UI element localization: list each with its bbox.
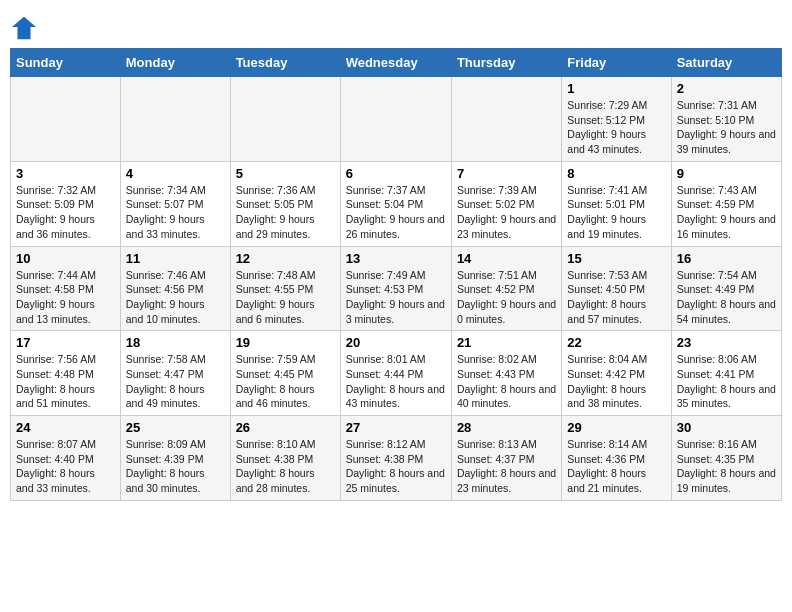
weekday-header-saturday: Saturday [671,49,781,77]
day-info: Sunrise: 7:53 AM Sunset: 4:50 PM Dayligh… [567,268,665,327]
calendar-cell: 8Sunrise: 7:41 AM Sunset: 5:01 PM Daylig… [562,161,671,246]
day-number: 25 [126,420,225,435]
svg-marker-1 [12,17,36,39]
day-number: 16 [677,251,776,266]
day-info: Sunrise: 8:02 AM Sunset: 4:43 PM Dayligh… [457,352,556,411]
day-number: 22 [567,335,665,350]
day-info: Sunrise: 7:34 AM Sunset: 5:07 PM Dayligh… [126,183,225,242]
calendar-cell: 17Sunrise: 7:56 AM Sunset: 4:48 PM Dayli… [11,331,121,416]
calendar-cell: 24Sunrise: 8:07 AM Sunset: 4:40 PM Dayli… [11,416,121,501]
day-info: Sunrise: 7:36 AM Sunset: 5:05 PM Dayligh… [236,183,335,242]
day-info: Sunrise: 8:16 AM Sunset: 4:35 PM Dayligh… [677,437,776,496]
day-info: Sunrise: 7:56 AM Sunset: 4:48 PM Dayligh… [16,352,115,411]
day-number: 18 [126,335,225,350]
calendar-cell: 19Sunrise: 7:59 AM Sunset: 4:45 PM Dayli… [230,331,340,416]
day-info: Sunrise: 7:43 AM Sunset: 4:59 PM Dayligh… [677,183,776,242]
logo [10,14,42,42]
day-number: 20 [346,335,446,350]
day-number: 3 [16,166,115,181]
calendar-cell: 10Sunrise: 7:44 AM Sunset: 4:58 PM Dayli… [11,246,121,331]
calendar-cell: 6Sunrise: 7:37 AM Sunset: 5:04 PM Daylig… [340,161,451,246]
day-info: Sunrise: 8:09 AM Sunset: 4:39 PM Dayligh… [126,437,225,496]
day-number: 27 [346,420,446,435]
day-number: 12 [236,251,335,266]
calendar-cell: 30Sunrise: 8:16 AM Sunset: 4:35 PM Dayli… [671,416,781,501]
calendar-cell: 12Sunrise: 7:48 AM Sunset: 4:55 PM Dayli… [230,246,340,331]
calendar-cell: 15Sunrise: 7:53 AM Sunset: 4:50 PM Dayli… [562,246,671,331]
weekday-header-thursday: Thursday [451,49,561,77]
day-info: Sunrise: 8:13 AM Sunset: 4:37 PM Dayligh… [457,437,556,496]
calendar-cell: 11Sunrise: 7:46 AM Sunset: 4:56 PM Dayli… [120,246,230,331]
weekday-header-sunday: Sunday [11,49,121,77]
calendar-week-row: 24Sunrise: 8:07 AM Sunset: 4:40 PM Dayli… [11,416,782,501]
day-number: 29 [567,420,665,435]
day-info: Sunrise: 7:29 AM Sunset: 5:12 PM Dayligh… [567,98,665,157]
day-info: Sunrise: 8:06 AM Sunset: 4:41 PM Dayligh… [677,352,776,411]
day-info: Sunrise: 7:44 AM Sunset: 4:58 PM Dayligh… [16,268,115,327]
day-info: Sunrise: 7:51 AM Sunset: 4:52 PM Dayligh… [457,268,556,327]
day-info: Sunrise: 7:41 AM Sunset: 5:01 PM Dayligh… [567,183,665,242]
logo-icon [10,14,38,42]
day-info: Sunrise: 8:10 AM Sunset: 4:38 PM Dayligh… [236,437,335,496]
day-number: 13 [346,251,446,266]
day-info: Sunrise: 8:01 AM Sunset: 4:44 PM Dayligh… [346,352,446,411]
day-number: 19 [236,335,335,350]
day-number: 15 [567,251,665,266]
day-number: 8 [567,166,665,181]
weekday-header-wednesday: Wednesday [340,49,451,77]
day-number: 6 [346,166,446,181]
calendar-cell: 1Sunrise: 7:29 AM Sunset: 5:12 PM Daylig… [562,77,671,162]
day-info: Sunrise: 8:04 AM Sunset: 4:42 PM Dayligh… [567,352,665,411]
day-info: Sunrise: 7:32 AM Sunset: 5:09 PM Dayligh… [16,183,115,242]
calendar-cell: 22Sunrise: 8:04 AM Sunset: 4:42 PM Dayli… [562,331,671,416]
day-number: 24 [16,420,115,435]
day-number: 23 [677,335,776,350]
calendar-cell: 13Sunrise: 7:49 AM Sunset: 4:53 PM Dayli… [340,246,451,331]
calendar-cell: 3Sunrise: 7:32 AM Sunset: 5:09 PM Daylig… [11,161,121,246]
day-info: Sunrise: 7:31 AM Sunset: 5:10 PM Dayligh… [677,98,776,157]
day-number: 10 [16,251,115,266]
calendar-cell [340,77,451,162]
calendar-cell [120,77,230,162]
calendar-cell [451,77,561,162]
day-number: 9 [677,166,776,181]
day-info: Sunrise: 7:46 AM Sunset: 4:56 PM Dayligh… [126,268,225,327]
day-number: 21 [457,335,556,350]
calendar-cell: 2Sunrise: 7:31 AM Sunset: 5:10 PM Daylig… [671,77,781,162]
day-number: 11 [126,251,225,266]
weekday-header-tuesday: Tuesday [230,49,340,77]
weekday-header-friday: Friday [562,49,671,77]
calendar-table: SundayMondayTuesdayWednesdayThursdayFrid… [10,48,782,501]
calendar-week-row: 3Sunrise: 7:32 AM Sunset: 5:09 PM Daylig… [11,161,782,246]
day-number: 30 [677,420,776,435]
day-number: 26 [236,420,335,435]
day-info: Sunrise: 7:58 AM Sunset: 4:47 PM Dayligh… [126,352,225,411]
calendar-cell: 14Sunrise: 7:51 AM Sunset: 4:52 PM Dayli… [451,246,561,331]
day-info: Sunrise: 8:12 AM Sunset: 4:38 PM Dayligh… [346,437,446,496]
calendar-cell: 28Sunrise: 8:13 AM Sunset: 4:37 PM Dayli… [451,416,561,501]
calendar-cell: 20Sunrise: 8:01 AM Sunset: 4:44 PM Dayli… [340,331,451,416]
calendar-cell: 9Sunrise: 7:43 AM Sunset: 4:59 PM Daylig… [671,161,781,246]
day-number: 1 [567,81,665,96]
day-info: Sunrise: 7:59 AM Sunset: 4:45 PM Dayligh… [236,352,335,411]
calendar-cell: 16Sunrise: 7:54 AM Sunset: 4:49 PM Dayli… [671,246,781,331]
weekday-header-monday: Monday [120,49,230,77]
calendar-cell: 5Sunrise: 7:36 AM Sunset: 5:05 PM Daylig… [230,161,340,246]
day-info: Sunrise: 8:14 AM Sunset: 4:36 PM Dayligh… [567,437,665,496]
calendar-cell: 29Sunrise: 8:14 AM Sunset: 4:36 PM Dayli… [562,416,671,501]
calendar-week-row: 1Sunrise: 7:29 AM Sunset: 5:12 PM Daylig… [11,77,782,162]
calendar-cell: 18Sunrise: 7:58 AM Sunset: 4:47 PM Dayli… [120,331,230,416]
day-info: Sunrise: 8:07 AM Sunset: 4:40 PM Dayligh… [16,437,115,496]
calendar-cell: 27Sunrise: 8:12 AM Sunset: 4:38 PM Dayli… [340,416,451,501]
page-header [10,10,782,42]
calendar-cell: 23Sunrise: 8:06 AM Sunset: 4:41 PM Dayli… [671,331,781,416]
day-info: Sunrise: 7:37 AM Sunset: 5:04 PM Dayligh… [346,183,446,242]
day-number: 28 [457,420,556,435]
calendar-cell: 7Sunrise: 7:39 AM Sunset: 5:02 PM Daylig… [451,161,561,246]
day-number: 2 [677,81,776,96]
calendar-cell [230,77,340,162]
day-number: 5 [236,166,335,181]
day-number: 14 [457,251,556,266]
calendar-week-row: 10Sunrise: 7:44 AM Sunset: 4:58 PM Dayli… [11,246,782,331]
calendar-cell: 21Sunrise: 8:02 AM Sunset: 4:43 PM Dayli… [451,331,561,416]
